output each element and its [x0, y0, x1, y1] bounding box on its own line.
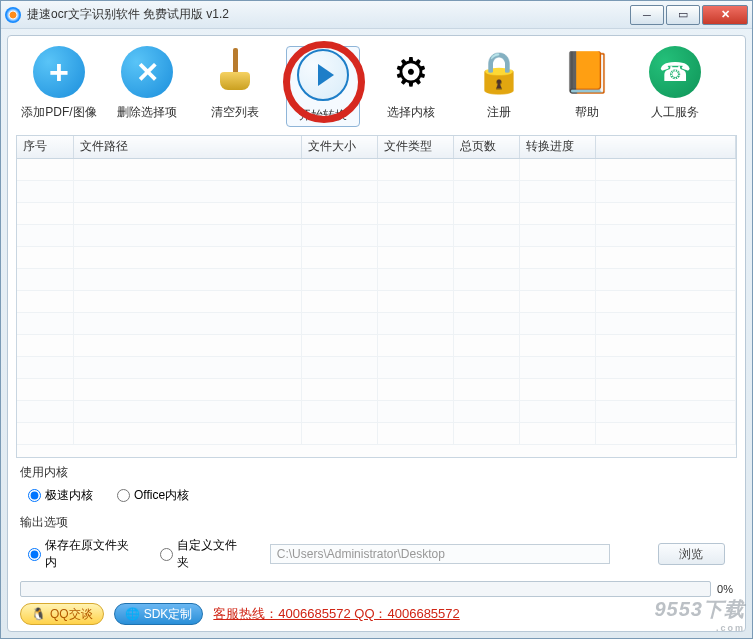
table-row	[17, 246, 736, 268]
register-button[interactable]: 🔒 注册	[462, 46, 536, 127]
phone-icon: ☎	[649, 46, 701, 98]
engine-office-label: Office内核	[134, 487, 189, 504]
table-row	[17, 180, 736, 202]
hotline-link[interactable]: 客服热线：4006685572 QQ：4006685572	[213, 605, 459, 623]
output-same-radio[interactable]: 保存在原文件夹内	[28, 537, 136, 571]
add-label: 添加PDF/图像	[21, 104, 96, 121]
browse-button[interactable]: 浏览	[658, 543, 725, 565]
plus-icon	[33, 46, 85, 98]
col-progress[interactable]: 转换进度	[520, 136, 596, 158]
qq-label: QQ交谈	[50, 606, 93, 623]
table-row	[17, 400, 736, 422]
clear-label: 清空列表	[211, 104, 259, 121]
col-pages[interactable]: 总页数	[454, 136, 520, 158]
output-path-input[interactable]	[270, 544, 610, 564]
qq-icon: 🐧	[31, 607, 46, 621]
table-row	[17, 422, 736, 444]
gear-icon: ⚙	[385, 46, 437, 98]
col-path[interactable]: 文件路径	[73, 136, 302, 158]
sdk-label: SDK定制	[144, 606, 193, 623]
table-row	[17, 378, 736, 400]
col-no[interactable]: 序号	[17, 136, 73, 158]
app-icon	[5, 7, 21, 23]
output-section: 输出选项 保存在原文件夹内 自定义文件夹 浏览	[16, 508, 737, 575]
qq-chat-button[interactable]: 🐧 QQ交谈	[20, 603, 104, 625]
service-label: 人工服务	[651, 104, 699, 121]
help-icon: 📙	[561, 46, 613, 98]
help-button[interactable]: 📙 帮助	[550, 46, 624, 127]
engine-title: 使用内核	[20, 464, 733, 481]
globe-icon: 🌐	[125, 607, 140, 621]
progress-bar	[20, 581, 711, 597]
delete-button[interactable]: 删除选择项	[110, 46, 184, 127]
table-row	[17, 268, 736, 290]
engine-office-radio[interactable]: Office内核	[117, 487, 189, 504]
minimize-button[interactable]: ─	[630, 5, 664, 25]
table-row	[17, 312, 736, 334]
maximize-button[interactable]: ▭	[666, 5, 700, 25]
table-row	[17, 158, 736, 180]
clear-button[interactable]: 清空列表	[198, 46, 272, 127]
table-row	[17, 290, 736, 312]
progress-percent: 0%	[717, 583, 733, 595]
play-icon	[297, 49, 349, 101]
add-pdf-button[interactable]: 添加PDF/图像	[22, 46, 96, 127]
engine-section: 使用内核 极速内核 Office内核	[16, 458, 737, 508]
start-label: 开始转换	[299, 107, 347, 124]
table-row	[17, 202, 736, 224]
sdk-button[interactable]: 🌐 SDK定制	[114, 603, 204, 625]
broom-icon	[209, 46, 261, 98]
output-custom-label: 自定义文件夹	[177, 537, 245, 571]
col-spacer	[596, 136, 736, 158]
engine-fast-radio[interactable]: 极速内核	[28, 487, 93, 504]
delete-icon	[121, 46, 173, 98]
window-title: 捷速ocr文字识别软件 免费试用版 v1.2	[27, 6, 628, 23]
file-table: 序号 文件路径 文件大小 文件类型 总页数 转换进度	[16, 135, 737, 458]
col-type[interactable]: 文件类型	[378, 136, 454, 158]
watermark: 9553下载.com	[655, 596, 746, 633]
col-size[interactable]: 文件大小	[302, 136, 378, 158]
toolbar: 添加PDF/图像 删除选择项 清空列表 开始转换 ⚙ 选择内核 🔒 注册	[16, 44, 737, 135]
delete-label: 删除选择项	[117, 104, 177, 121]
lock-icon: 🔒	[473, 46, 525, 98]
start-convert-button[interactable]: 开始转换	[286, 46, 360, 127]
close-button[interactable]: ✕	[702, 5, 748, 25]
engine-label: 选择内核	[387, 104, 435, 121]
output-custom-radio[interactable]: 自定义文件夹	[160, 537, 245, 571]
engine-button[interactable]: ⚙ 选择内核	[374, 46, 448, 127]
service-button[interactable]: ☎ 人工服务	[638, 46, 712, 127]
register-label: 注册	[487, 104, 511, 121]
help-label: 帮助	[575, 104, 599, 121]
table-row	[17, 334, 736, 356]
table-row	[17, 356, 736, 378]
engine-fast-label: 极速内核	[45, 487, 93, 504]
table-body	[17, 158, 736, 444]
output-same-label: 保存在原文件夹内	[45, 537, 136, 571]
output-title: 输出选项	[20, 514, 733, 531]
table-row	[17, 224, 736, 246]
